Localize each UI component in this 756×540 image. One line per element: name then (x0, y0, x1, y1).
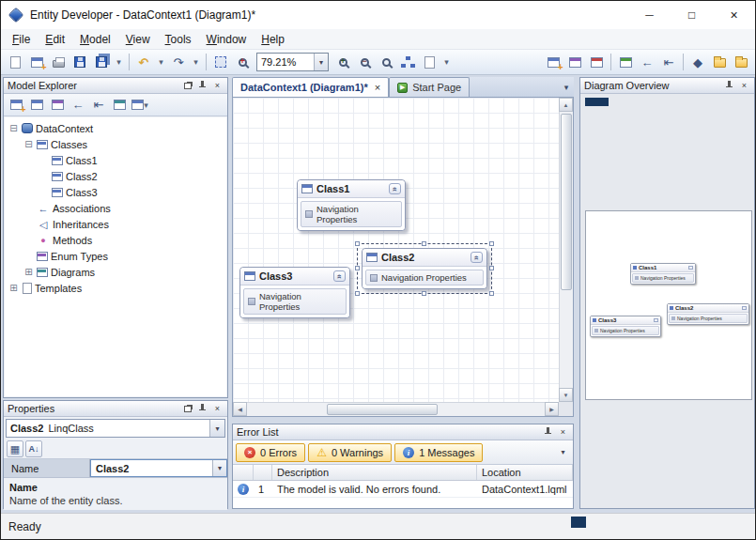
horizontal-scrollbar[interactable]: ◀ ▶ (233, 402, 559, 416)
float-window-button[interactable] (181, 403, 193, 415)
layout-diagram-button[interactable] (397, 52, 418, 72)
zoom-value[interactable]: 79.21% (257, 56, 314, 68)
auto-hide-pin-button[interactable] (542, 426, 554, 439)
auto-hide-pin-button[interactable] (196, 403, 208, 415)
zoom-combobox[interactable]: 79.21% ▾ (256, 53, 329, 71)
resize-handle-w[interactable] (355, 266, 360, 270)
generate-code-button[interactable]: ◆ (687, 52, 708, 72)
tree-item-diagrams[interactable]: ⊞ Diagrams (5, 264, 226, 280)
undo-button[interactable]: ↶ (133, 52, 154, 72)
new-diagram-button[interactable] (7, 96, 25, 115)
add-item-button[interactable] (26, 52, 47, 72)
description-column-header[interactable]: Description (272, 465, 477, 480)
resize-handle-e[interactable] (489, 266, 494, 270)
property-value[interactable]: Class2 (96, 463, 129, 474)
open-output-folder-button[interactable] (731, 52, 751, 72)
minimize-button[interactable]: ─ (628, 1, 671, 29)
tree-item-templates[interactable]: ⊞ Templates (5, 280, 226, 296)
collapse-expander-icon[interactable]: ⊟ (23, 139, 34, 149)
tree-item-inheritances[interactable]: ◁ Inheritances (5, 216, 226, 232)
vertical-scroll-thumb[interactable] (561, 114, 572, 290)
new-model-button[interactable] (5, 52, 25, 72)
entity-class1[interactable]: Class1 » Navigation Properties (297, 179, 406, 231)
property-row-name[interactable]: Name Class2 ▾ (4, 459, 227, 478)
warnings-filter-button[interactable]: ⚠ 0 Warnings (308, 443, 392, 462)
tree-item-enum-types[interactable]: Enum Types (5, 248, 226, 264)
print-button[interactable] (48, 52, 69, 72)
auto-hide-pin-button[interactable] (196, 80, 208, 92)
view-options-button[interactable]: ▾ (131, 96, 149, 115)
select-region-button[interactable] (210, 52, 231, 72)
navigation-properties-section[interactable]: Navigation Properties (243, 288, 347, 315)
insert-association-button[interactable]: ← (637, 52, 657, 72)
collapse-entity-button[interactable]: » (333, 270, 346, 282)
insert-association-tree-button[interactable]: ← (69, 96, 87, 115)
zoom-fit-button[interactable] (376, 52, 396, 72)
zoom-out-button[interactable] (354, 52, 375, 72)
tree-item-class1[interactable]: Class1 (5, 152, 226, 168)
object-selector-combobox[interactable]: Class2 LinqClass ▾ (6, 419, 225, 438)
errors-filter-button[interactable]: × 0 Errors (236, 443, 305, 462)
scroll-left-button[interactable]: ◀ (233, 402, 247, 416)
redo-dropdown-button[interactable]: ▾ (190, 52, 202, 72)
start-page-button[interactable] (615, 52, 636, 72)
resize-handle-ne[interactable] (489, 241, 494, 246)
open-templates-folder-button[interactable] (709, 52, 730, 72)
page-setup-button[interactable] (419, 52, 440, 72)
property-value-cell[interactable]: Class2 ▾ (90, 459, 227, 477)
auto-hide-pin-button[interactable] (723, 80, 735, 92)
tree-item-class2[interactable]: Class2 (5, 168, 226, 184)
horizontal-scroll-thumb[interactable] (327, 404, 438, 415)
float-window-button[interactable] (181, 80, 193, 92)
save-dropdown-button[interactable]: ▾ (113, 52, 125, 72)
value-dropdown-icon[interactable]: ▾ (212, 460, 226, 476)
close-panel-button[interactable]: × (738, 80, 750, 92)
resize-handle-nw[interactable] (355, 241, 360, 246)
error-list-row[interactable]: i 1 The model is valid. No errors found.… (233, 481, 573, 498)
insert-inheritance-button[interactable]: ⇤ (658, 52, 679, 72)
scroll-right-button[interactable]: ▶ (545, 402, 559, 416)
navigation-properties-section[interactable]: Navigation Properties (301, 201, 402, 227)
resize-handle-se[interactable] (489, 291, 494, 296)
entity-header[interactable]: Class1 » (298, 180, 405, 198)
error-list-options-dropdown[interactable]: ▾ (556, 443, 570, 462)
validate-model-button[interactable] (586, 52, 607, 72)
save-all-button[interactable] (91, 52, 112, 72)
menu-help[interactable]: Help (254, 30, 292, 49)
entity-class3[interactable]: Class3 » Navigation Properties (239, 267, 350, 318)
close-panel-button[interactable]: × (211, 80, 224, 92)
add-enum-tree-button[interactable] (48, 96, 67, 115)
tree-item-datacontext[interactable]: ⊟ DataContext (5, 120, 226, 136)
tab-close-icon[interactable]: × (375, 82, 380, 93)
menu-model[interactable]: Model (72, 30, 118, 49)
tree-item-methods[interactable]: ● Methods (5, 232, 226, 248)
overview-thumbnail[interactable]: Class1 Navigation Properties Class2 Navi… (585, 210, 752, 400)
tree-item-classes[interactable]: ⊟ Classes (5, 136, 226, 152)
tab-datacontext1-diagram1[interactable]: DataContext1 (Diagram1)* × (232, 77, 389, 97)
redo-button[interactable]: ↷ (168, 52, 189, 72)
menu-view[interactable]: View (118, 30, 158, 49)
add-class-tree-button[interactable] (27, 96, 46, 115)
tree-item-class3[interactable]: Class3 (5, 184, 226, 200)
menu-edit[interactable]: Edit (38, 30, 72, 49)
add-class-button[interactable] (543, 52, 563, 72)
icon-column-header[interactable] (233, 465, 254, 480)
close-panel-button[interactable]: × (557, 426, 569, 439)
overview-viewport-chip[interactable] (585, 98, 609, 106)
zoom-dropdown-icon[interactable]: ▾ (314, 54, 328, 70)
diagram-canvas[interactable]: Class1 » Navigation Properties (233, 98, 559, 402)
expand-expander-icon[interactable]: ⊞ (8, 283, 19, 293)
property-name-cell[interactable]: Name (4, 459, 90, 477)
collapse-expander-icon[interactable]: ⊟ (8, 123, 19, 133)
scroll-up-button[interactable]: ▲ (559, 98, 573, 112)
menu-tools[interactable]: Tools (158, 30, 199, 49)
zoom-in-button[interactable] (332, 52, 353, 72)
tab-list-dropdown-button[interactable]: ▾ (559, 80, 574, 95)
messages-filter-button[interactable]: i 1 Messages (394, 443, 483, 462)
maximize-button[interactable]: □ (671, 1, 713, 29)
tree-item-associations[interactable]: ← Associations (5, 200, 226, 216)
save-button[interactable] (69, 52, 90, 72)
entity-class2[interactable]: Class2 » Navigation Properties (362, 248, 487, 289)
undo-dropdown-button[interactable]: ▾ (155, 52, 167, 72)
resize-handle-s[interactable] (422, 291, 426, 296)
